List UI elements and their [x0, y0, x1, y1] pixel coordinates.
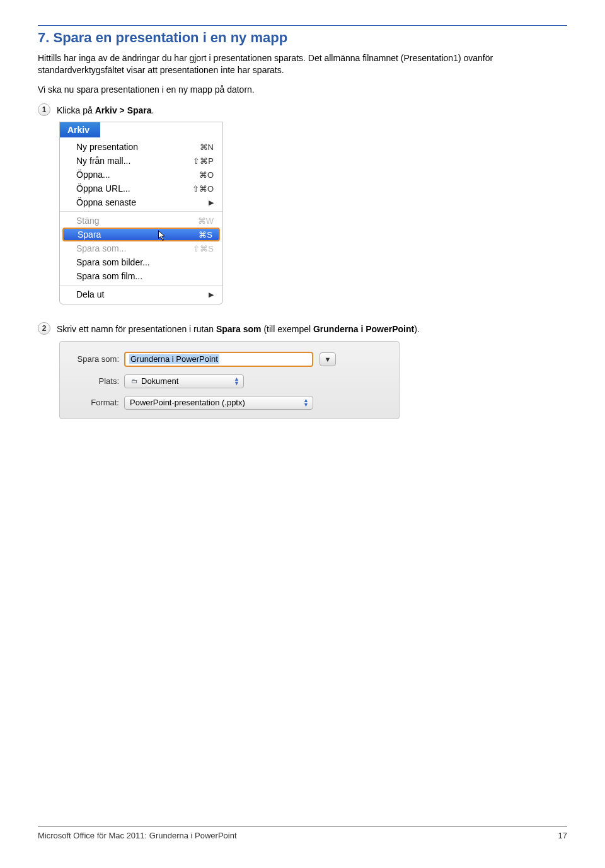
page-number: 17	[558, 831, 567, 840]
menu-item-save-pics[interactable]: Spara som bilder...	[60, 255, 222, 269]
menu-label: Spara som film...	[76, 271, 142, 281]
menu-label: Öppna senaste	[76, 197, 136, 207]
cursor-icon	[158, 230, 167, 243]
save-as-label: Spara som:	[72, 354, 124, 364]
save-as-value: Grunderna i PowerPoint	[129, 354, 219, 364]
arkiv-menu-screenshot: Arkiv Ny presentation ⌘N Ny från mall...…	[59, 122, 567, 304]
menu-shortcut: ⌘S	[199, 230, 212, 240]
menu-item-open[interactable]: Öppna... ⌘O	[60, 168, 222, 182]
step-2: 2 Skriv ett namn för presentationen i ru…	[38, 322, 567, 336]
chevron-down-icon: ▼	[325, 356, 331, 363]
menu-item-save-as[interactable]: Spara som... ⇧⌘S	[60, 241, 222, 255]
intro-paragraph-1: Hittills har inga av de ändringar du har…	[38, 52, 567, 76]
menu-item-open-url[interactable]: Öppna URL... ⇧⌘O	[60, 182, 222, 195]
menu-shortcut: ⇧⌘O	[192, 184, 214, 194]
menu-label: Spara som bilder...	[76, 257, 150, 267]
step1-bold: Arkiv > Spara	[95, 105, 152, 115]
place-combo[interactable]: 🗀 Dokument ▲▼	[124, 374, 244, 388]
menu-label: Öppna...	[76, 170, 110, 180]
step2-post: ).	[414, 324, 420, 334]
menu-label: Dela ut	[76, 289, 104, 299]
submenu-arrow-icon: ▶	[209, 199, 214, 207]
step-1: 1 Klicka på Arkiv > Spara.	[38, 103, 567, 117]
svg-marker-1	[159, 231, 164, 240]
menu-separator	[60, 285, 222, 286]
menu-item-new-template[interactable]: Ny från mall... ⇧⌘P	[60, 154, 222, 168]
menu-label: Stäng	[76, 216, 100, 226]
place-label: Plats:	[72, 376, 124, 386]
page-footer: Microsoft Office för Mac 2011: Grunderna…	[38, 826, 567, 840]
step1-post: .	[152, 105, 154, 115]
step2-b2: Grunderna i PowerPoint	[313, 324, 414, 334]
menu-label: Spara	[78, 229, 101, 240]
menu-shortcut: ⇧⌘P	[193, 156, 214, 166]
menu-label: Spara som...	[76, 243, 126, 253]
menu-separator	[60, 211, 222, 212]
menu-item-save-movie[interactable]: Spara som film...	[60, 269, 222, 283]
menu-label: Öppna URL...	[76, 183, 130, 194]
section-heading: 7. Spara en presentation i en ny mapp	[38, 25, 567, 46]
submenu-arrow-icon: ▶	[209, 291, 214, 299]
format-label: Format:	[72, 398, 124, 407]
step-text: Skriv ett namn för presentationen i ruta…	[57, 322, 420, 336]
place-value: Dokument	[141, 376, 178, 386]
save-dialog: Spara som: Grunderna i PowerPoint ▼ Plat…	[59, 341, 400, 419]
menu-shortcut: ⌘N	[200, 142, 214, 152]
format-combo[interactable]: PowerPoint-presentation (.pptx) ▲▼	[124, 396, 313, 410]
step2-mid: (till exempel	[262, 324, 313, 334]
step-text: Klicka på Arkiv > Spara.	[57, 103, 154, 117]
menu-label: Ny från mall...	[76, 156, 130, 166]
menu-item-open-recent[interactable]: Öppna senaste ▶	[60, 195, 222, 209]
menu-item-new-presentation[interactable]: Ny presentation ⌘N	[60, 140, 222, 154]
menu-shortcut: ⇧⌘S	[193, 244, 214, 253]
footer-title: Microsoft Office för Mac 2011: Grunderna…	[38, 831, 237, 840]
arkiv-menu-title[interactable]: Arkiv	[60, 122, 100, 137]
save-as-field[interactable]: Grunderna i PowerPoint	[124, 352, 313, 367]
menu-item-save[interactable]: Spara ⌘S	[62, 228, 220, 241]
format-value: PowerPoint-presentation (.pptx)	[130, 398, 245, 407]
menu-label: Ny presentation	[76, 142, 138, 152]
save-dialog-screenshot: Spara som: Grunderna i PowerPoint ▼ Plat…	[59, 341, 567, 419]
updown-arrows-icon: ▲▼	[234, 377, 239, 386]
step2-pre: Skriv ett namn för presentationen i ruta…	[57, 324, 216, 334]
arkiv-menu: Arkiv Ny presentation ⌘N Ny från mall...…	[59, 122, 223, 304]
step2-b1: Spara som	[216, 324, 262, 334]
menu-item-close[interactable]: Stäng ⌘W	[60, 214, 222, 228]
expand-button[interactable]: ▼	[320, 352, 336, 366]
step1-pre: Klicka på	[57, 105, 95, 115]
step-number: 1	[38, 103, 50, 116]
folder-icon: 🗀	[130, 377, 139, 386]
menu-shortcut: ⌘W	[198, 216, 214, 226]
intro-paragraph-2: Vi ska nu spara presentationen i en ny m…	[38, 84, 567, 96]
step-number: 2	[38, 322, 50, 335]
menu-shortcut: ⌘O	[199, 170, 214, 180]
updown-arrows-icon: ▲▼	[303, 398, 309, 407]
menu-item-share[interactable]: Dela ut ▶	[60, 287, 222, 301]
